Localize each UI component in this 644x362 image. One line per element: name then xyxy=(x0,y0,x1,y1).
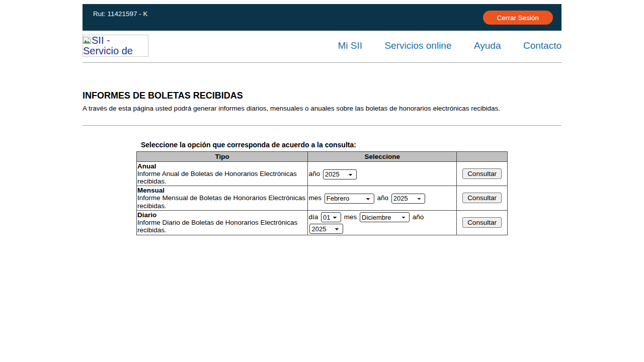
col-header-tipo: Tipo xyxy=(137,152,308,162)
row-title: Mensual xyxy=(137,187,307,194)
row-title: Anual xyxy=(137,162,307,170)
table-header-row: Tipo Seleccione xyxy=(137,152,508,162)
consultar-mensual-button[interactable]: Consultar xyxy=(462,193,502,203)
col-header-action xyxy=(457,152,508,162)
table-row-mensual: Mensual Informe Mensual de Boletas de Ho… xyxy=(137,186,508,210)
mensual-year-label: año xyxy=(377,194,388,202)
diario-year-select[interactable]: 2025 xyxy=(309,224,343,234)
table-row-anual: Anual Informe Anual de Boletas de Honora… xyxy=(137,162,508,186)
row-description: Informe Anual de Boletas de Honorarios E… xyxy=(137,170,307,185)
table-row-diario: Diario Informe Diario de Boletas de Hono… xyxy=(137,210,508,235)
main-nav: Mi SII Servicios online Ayuda Contacto xyxy=(338,40,561,51)
sii-logo-broken-image[interactable]: SII - Servicio de xyxy=(83,35,148,57)
diario-type-cell: Diario Informe Diario de Boletas de Hono… xyxy=(137,210,308,235)
page-description: A través de esta página usted podrá gene… xyxy=(83,105,561,112)
anual-select-cell: año 2025 xyxy=(308,162,457,186)
consult-section: Seleccione la opción que corresponda de … xyxy=(136,141,561,235)
consultar-diario-button[interactable]: Consultar xyxy=(462,217,502,228)
logout-button[interactable]: Cerrar Sesión xyxy=(483,11,553,25)
diario-select-cell: día 01 mes Diciembre año 2025 xyxy=(308,210,457,235)
diario-month-select[interactable]: Diciembre xyxy=(360,212,410,222)
diario-day-label: día xyxy=(308,213,318,221)
row-description: Informe Diario de Boletas de Honorarios … xyxy=(137,219,307,234)
topbar: Rut: 11421597 - K Cerrar Sesión xyxy=(83,4,561,31)
table-prompt: Seleccione la opción que corresponda de … xyxy=(141,141,561,149)
row-description: Informe Mensual de Boletas de Honorarios… xyxy=(137,194,307,209)
mensual-action-cell: Consultar xyxy=(457,186,508,210)
diario-action-cell: Consultar xyxy=(457,210,508,235)
mensual-year-select[interactable]: 2025 xyxy=(391,194,425,204)
anual-action-cell: Consultar xyxy=(457,162,508,186)
row-title: Diario xyxy=(137,211,307,219)
nav-ayuda[interactable]: Ayuda xyxy=(474,40,501,51)
reports-table: Tipo Seleccione Anual Informe Anual de B… xyxy=(136,151,508,235)
divider xyxy=(83,125,561,126)
mensual-month-label: mes xyxy=(308,194,321,202)
anual-year-select[interactable]: 2025 xyxy=(323,169,357,179)
consultar-anual-button[interactable]: Consultar xyxy=(462,168,502,179)
nav-servicios-online[interactable]: Servicios online xyxy=(384,40,451,51)
mensual-type-cell: Mensual Informe Mensual de Boletas de Ho… xyxy=(137,186,308,210)
rut-label: Rut: 11421597 - K xyxy=(93,10,148,18)
col-header-seleccione: Seleccione xyxy=(308,152,457,162)
page-title: INFORMES DE BOLETAS RECIBIDAS xyxy=(83,90,561,101)
diario-year-label: año xyxy=(413,213,424,221)
diario-month-label: mes xyxy=(344,213,357,221)
page: Rut: 11421597 - K Cerrar Sesión SII - Se… xyxy=(83,4,561,235)
nav-contacto[interactable]: Contacto xyxy=(523,40,561,51)
site-header: SII - Servicio de Mi SII Servicios onlin… xyxy=(83,31,561,63)
mensual-select-cell: mes Febrero año 2025 xyxy=(308,186,457,210)
mensual-month-select[interactable]: Febrero xyxy=(325,194,374,204)
nav-mi-sii[interactable]: Mi SII xyxy=(338,40,362,51)
broken-image-icon xyxy=(83,37,91,45)
anual-type-cell: Anual Informe Anual de Boletas de Honora… xyxy=(137,162,308,186)
anual-year-label: año xyxy=(308,170,320,177)
diario-day-select[interactable]: 01 xyxy=(321,212,341,222)
